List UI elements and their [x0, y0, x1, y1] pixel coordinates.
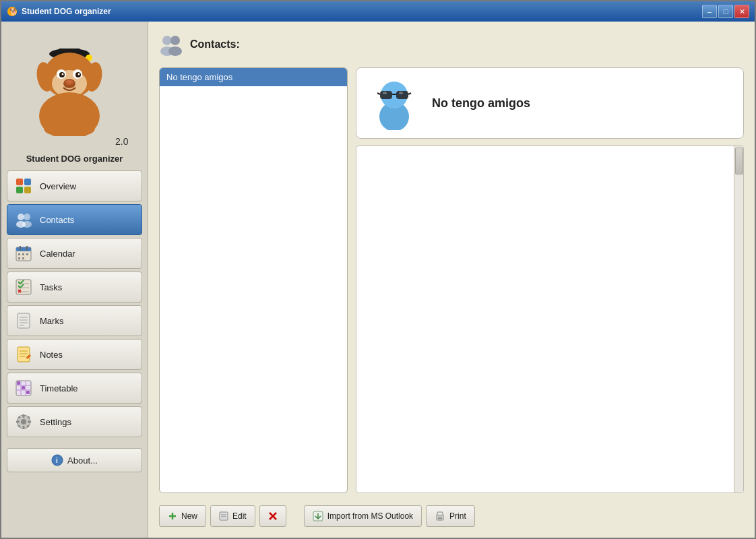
bottom-toolbar: New Edit: [159, 501, 744, 527]
svg-point-21: [76, 121, 95, 135]
nav-calendar[interactable]: Calendar: [7, 238, 142, 269]
import-label: Import from MS Outlook: [327, 511, 413, 521]
svg-rect-60: [17, 381, 20, 385]
calendar-icon: [14, 244, 33, 263]
svg-point-20: [44, 121, 63, 135]
marks-label: Marks: [40, 316, 63, 326]
svg-line-84: [377, 93, 380, 94]
contact-avatar: [367, 76, 421, 130]
svg-rect-35: [22, 253, 24, 255]
svg-rect-67: [16, 421, 20, 423]
minimize-button[interactable]: –: [702, 5, 717, 18]
right-toolbar: Import from MS Outlook Print: [304, 505, 475, 527]
nav-marks[interactable]: Marks: [7, 305, 142, 336]
timetable-icon: [14, 379, 33, 398]
window-title: Student DOG organizer: [22, 7, 111, 16]
titlebar: 🐕 Student DOG organizer – □ ✕: [1, 1, 755, 22]
nav-settings[interactable]: Settings: [7, 406, 142, 437]
nav-timetable[interactable]: Timetable: [7, 373, 142, 404]
svg-rect-100: [438, 518, 442, 519]
svg-point-87: [399, 92, 403, 94]
svg-rect-38: [22, 257, 24, 259]
window-controls: – □ ✕: [702, 5, 749, 18]
svg-point-14: [61, 73, 63, 75]
print-icon: [435, 511, 445, 521]
svg-rect-90: [220, 512, 228, 520]
main-window: 🐕 Student DOG organizer – □ ✕: [0, 0, 756, 539]
tasks-label: Tasks: [40, 282, 62, 292]
notes-icon: [14, 345, 33, 364]
svg-point-15: [77, 73, 80, 75]
svg-point-78: [168, 46, 182, 56]
svg-rect-68: [28, 421, 31, 423]
contact-detail-panel: No tengo amigos: [356, 67, 744, 493]
info-icon: i: [51, 454, 63, 466]
svg-rect-37: [18, 257, 20, 259]
svg-rect-99: [438, 517, 442, 517]
nav-buttons: Overview Contacts: [7, 170, 142, 437]
contacts-label: Contacts: [40, 215, 74, 225]
tasks-icon: [14, 278, 33, 296]
edit-icon: [219, 511, 228, 521]
contact-avatar-image: [368, 76, 420, 130]
svg-point-18: [67, 81, 71, 83]
timetable-label: Timetable: [40, 383, 78, 393]
overview-icon: [14, 177, 33, 195]
marks-icon: [14, 311, 33, 330]
contact-info-box[interactable]: [356, 146, 744, 493]
nav-contacts[interactable]: Contacts: [7, 204, 142, 235]
contact-list-item[interactable]: No tengo amigos: [160, 68, 347, 86]
notes-label: Notes: [40, 350, 63, 360]
svg-point-29: [22, 221, 32, 228]
svg-point-26: [18, 214, 24, 220]
svg-rect-65: [23, 414, 25, 418]
nav-tasks[interactable]: Tasks: [7, 272, 142, 303]
svg-point-75: [162, 36, 172, 45]
app-title: Student DOG organizer: [26, 154, 123, 164]
about-label: About...: [67, 455, 98, 466]
svg-rect-36: [26, 253, 28, 255]
svg-rect-98: [437, 512, 443, 515]
scrollbar-thumb[interactable]: [735, 148, 743, 175]
nav-overview[interactable]: Overview: [7, 170, 142, 201]
calendar-label: Calendar: [40, 249, 75, 259]
delete-icon: [268, 511, 278, 521]
svg-rect-62: [26, 391, 30, 394]
print-button[interactable]: Print: [426, 505, 475, 527]
left-toolbar: New Edit: [159, 505, 286, 527]
new-label: New: [181, 511, 197, 521]
svg-point-77: [170, 36, 180, 45]
close-button[interactable]: ✕: [734, 5, 749, 18]
version-label: 2.0: [21, 136, 129, 147]
new-icon: [168, 511, 177, 521]
content-area: 2.0 Student DOG organizer Overview: [1, 22, 755, 538]
app-icon: 🐕: [7, 6, 18, 17]
main-panel: Contacts: No tengo amigos: [148, 22, 755, 538]
import-button[interactable]: Import from MS Outlook: [304, 505, 422, 527]
svg-text:i: i: [56, 457, 58, 464]
svg-text:🐕: 🐕: [9, 7, 18, 16]
contacts-body: No tengo amigos: [159, 67, 744, 493]
contact-list-panel[interactable]: No tengo amigos: [159, 67, 348, 493]
new-button[interactable]: New: [159, 505, 206, 527]
logo-area: 2.0: [21, 28, 129, 147]
svg-line-85: [408, 93, 411, 94]
svg-rect-50: [18, 347, 30, 362]
delete-button[interactable]: [259, 505, 286, 527]
print-label: Print: [449, 511, 466, 521]
svg-point-28: [24, 214, 30, 220]
svg-point-64: [21, 419, 26, 424]
svg-point-86: [383, 92, 387, 94]
svg-rect-66: [23, 426, 25, 429]
nav-notes[interactable]: Notes: [7, 339, 142, 370]
svg-rect-22: [16, 179, 23, 185]
about-button[interactable]: i About...: [7, 448, 142, 472]
maximize-button[interactable]: □: [718, 5, 733, 18]
overview-label: Overview: [40, 181, 76, 191]
contact-card: No tengo amigos: [356, 67, 744, 139]
svg-rect-25: [24, 187, 31, 193]
settings-icon: [14, 412, 33, 431]
scrollbar-track[interactable]: [734, 146, 743, 493]
svg-rect-24: [16, 187, 23, 193]
edit-button[interactable]: Edit: [210, 505, 255, 527]
